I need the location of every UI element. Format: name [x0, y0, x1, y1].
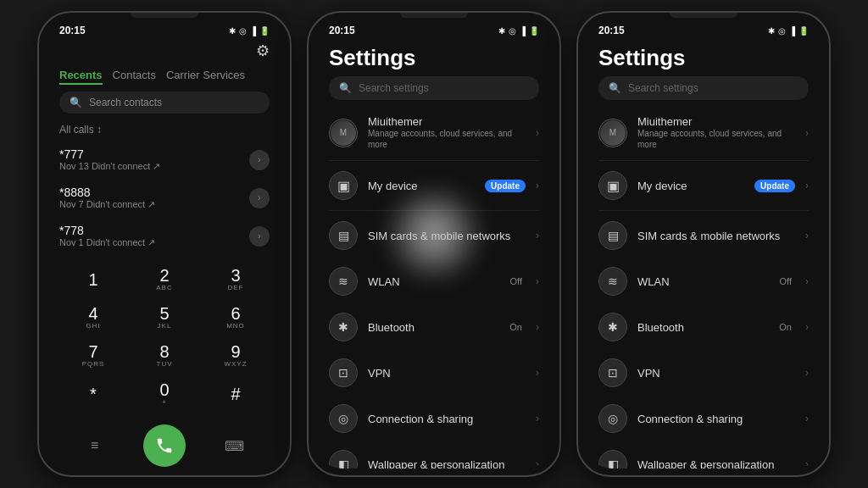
settings-item-sim-3[interactable]: ▤ SIM cards & mobile networks ›: [585, 213, 822, 258]
settings-content-2: Settings 🔍 Search settings M Miuithemer …: [315, 38, 553, 469]
dial-key-star[interactable]: *: [59, 376, 127, 411]
settings-text-conn-2: Connection & sharing: [368, 413, 526, 425]
dial-key-3[interactable]: 3DEF: [202, 262, 270, 297]
signal-icon-3: ◎: [778, 26, 786, 36]
search-placeholder-2: Search settings: [359, 82, 429, 94]
call-arrow-2[interactable]: ›: [249, 226, 270, 247]
dial-key-1[interactable]: 1: [59, 262, 127, 297]
chevron-vpn-2: ›: [536, 367, 539, 379]
call-item-0[interactable]: *777 Nov 13 Didn't connect ↗ ›: [46, 141, 283, 179]
settings-item-conn-2[interactable]: ◎ Connection & sharing ›: [315, 396, 553, 441]
settings-item-conn-3[interactable]: ◎ Connection & sharing ›: [585, 396, 822, 441]
tab-carrier[interactable]: Carrier Services: [166, 67, 245, 85]
tab-recents[interactable]: Recents: [59, 67, 103, 85]
dial-key-0[interactable]: 0+: [131, 376, 198, 411]
dialer-screen: 20:15 ✱ ◎ ▐ 🔋 ⚙ Recents Contacts: [46, 19, 283, 469]
search-contacts-bar[interactable]: 🔍 Search contacts: [59, 92, 270, 114]
settings-list-3: M Miuithemer Manage accounts, cloud serv…: [585, 107, 822, 469]
settings-item-device-3[interactable]: ▣ My device Update ›: [585, 163, 822, 208]
settings-text-wlan-3: WLAN: [637, 275, 770, 288]
dial-key-2[interactable]: 2ABC: [131, 262, 198, 297]
call-arrow-1[interactable]: ›: [249, 188, 270, 208]
settings-item-vpn-2[interactable]: ⊡ VPN ›: [315, 350, 553, 396]
dialpad-icon[interactable]: ⌨: [219, 430, 249, 461]
divider-2-2: [329, 210, 539, 211]
signal-icon-2: ◎: [509, 26, 516, 36]
wall-icon-3: ◧: [598, 450, 627, 469]
chevron-bt-3: ›: [805, 321, 809, 333]
miui-name-2: Miuithemer: [368, 115, 526, 128]
status-icons-2: ✱ ◎ ▐ 🔋: [498, 26, 539, 36]
settings-item-sim-2[interactable]: ▤ SIM cards & mobile networks ›: [315, 213, 553, 258]
miui-icon-3: M: [598, 119, 627, 147]
chevron-miui-2: ›: [536, 127, 539, 139]
settings-item-wall-3[interactable]: ◧ Wallpaper & personalization ›: [585, 441, 822, 469]
search-icon-2: 🔍: [339, 82, 352, 94]
wlan-name-2: WLAN: [368, 275, 500, 288]
wlan-value-2: Off: [510, 276, 522, 286]
call-item-1[interactable]: *8888 Nov 7 Didn't connect ↗ ›: [46, 179, 283, 217]
divider-1-3: [598, 160, 809, 161]
settings-text-vpn-3: VPN: [637, 367, 795, 380]
settings-item-vpn-3[interactable]: ⊡ VPN ›: [585, 350, 822, 396]
phone-dialer: 20:15 ✱ ◎ ▐ 🔋 ⚙ Recents Contacts: [37, 11, 292, 477]
settings-text-miui-2: Miuithemer Manage accounts, cloud servic…: [368, 115, 526, 150]
vpn-icon-3: ⊡: [598, 358, 627, 387]
bt-value-2: On: [509, 322, 522, 332]
dial-key-hash[interactable]: #: [202, 376, 270, 411]
settings-item-device-2[interactable]: ▣ My device Update ›: [315, 163, 553, 208]
status-time-3: 20:15: [598, 25, 625, 36]
settings-text-sim-3: SIM cards & mobile networks: [637, 230, 795, 242]
call-arrow-0[interactable]: ›: [249, 150, 270, 170]
miui-sub-2: Manage accounts, cloud services, and mor…: [368, 128, 526, 150]
dial-key-4[interactable]: 4GHI: [59, 300, 127, 335]
dial-key-8[interactable]: 8TUV: [131, 338, 198, 373]
wifi-icon-2: ▐: [520, 26, 526, 36]
settings-text-device-3: My device: [637, 180, 744, 192]
settings-text-wall-2: Wallpaper & personalization: [368, 458, 526, 469]
settings-item-miui-2[interactable]: M Miuithemer Manage accounts, cloud serv…: [315, 107, 553, 158]
settings-item-bt-2[interactable]: ✱ Bluetooth On ›: [315, 304, 553, 350]
battery-icon-3: 🔋: [798, 26, 809, 36]
chevron-miui-3: ›: [805, 127, 809, 139]
search-bar-3[interactable]: 🔍 Search settings: [598, 76, 809, 100]
tab-contacts[interactable]: Contacts: [113, 67, 156, 85]
chevron-wlan-2: ›: [536, 275, 539, 287]
conn-name-3: Connection & sharing: [637, 413, 795, 425]
bluetooth-icon-1: ✱: [229, 26, 236, 36]
search-bar-2[interactable]: 🔍 Search settings: [329, 76, 539, 100]
settings-item-bt-3[interactable]: ✱ Bluetooth On ›: [585, 304, 822, 350]
settings-text-bt-3: Bluetooth: [637, 321, 769, 334]
phones-container: 20:15 ✱ ◎ ▐ 🔋 ⚙ Recents Contacts: [0, 0, 868, 488]
miui-sub-3: Manage accounts, cloud services, and mor…: [637, 128, 795, 150]
settings-item-wall-2[interactable]: ◧ Wallpaper & personalization ›: [315, 441, 553, 469]
dial-key-9[interactable]: 9WXYZ: [202, 338, 270, 373]
sim-name-3: SIM cards & mobile networks: [637, 230, 795, 242]
settings-text-device-2: My device: [368, 180, 475, 192]
divider-2-3: [598, 210, 809, 211]
wlan-name-3: WLAN: [637, 275, 770, 288]
settings-item-wlan-2[interactable]: ≋ WLAN Off ›: [315, 258, 553, 304]
call-item-2[interactable]: *778 Nov 1 Didn't connect ↗ ›: [46, 217, 283, 255]
dial-key-6[interactable]: 6MNO: [202, 300, 270, 335]
settings-text-wall-3: Wallpaper & personalization: [637, 458, 795, 469]
chevron-device-2: ›: [536, 180, 539, 191]
chevron-bt-2: ›: [536, 321, 539, 333]
call-button[interactable]: [143, 424, 186, 467]
settings-item-wlan-3[interactable]: ≋ WLAN Off ›: [585, 258, 822, 304]
sim-icon-3: ▤: [598, 221, 627, 250]
call-number-0: *777: [59, 147, 160, 161]
sim-icon-2: ▤: [329, 221, 358, 250]
chevron-sim-2: ›: [536, 230, 539, 241]
search-placeholder-3: Search settings: [628, 82, 698, 94]
bt-icon-2: ✱: [329, 313, 358, 341]
settings-text-vpn-2: VPN: [368, 367, 526, 380]
menu-icon[interactable]: ≡: [80, 430, 110, 461]
status-bar-1: 20:15 ✱ ◎ ▐ 🔋: [46, 19, 283, 38]
phone-settings-clear: 20:15 ✱ ◎ ▐ 🔋 Settings 🔍 Search settings: [576, 11, 831, 477]
gear-icon[interactable]: ⚙: [256, 42, 270, 60]
dial-key-7[interactable]: 7PQRS: [59, 338, 127, 373]
settings-item-miui-3[interactable]: M Miuithemer Manage accounts, cloud serv…: [585, 107, 822, 158]
chevron-device-3: ›: [805, 180, 809, 191]
dial-key-5[interactable]: 5JKL: [131, 300, 198, 335]
